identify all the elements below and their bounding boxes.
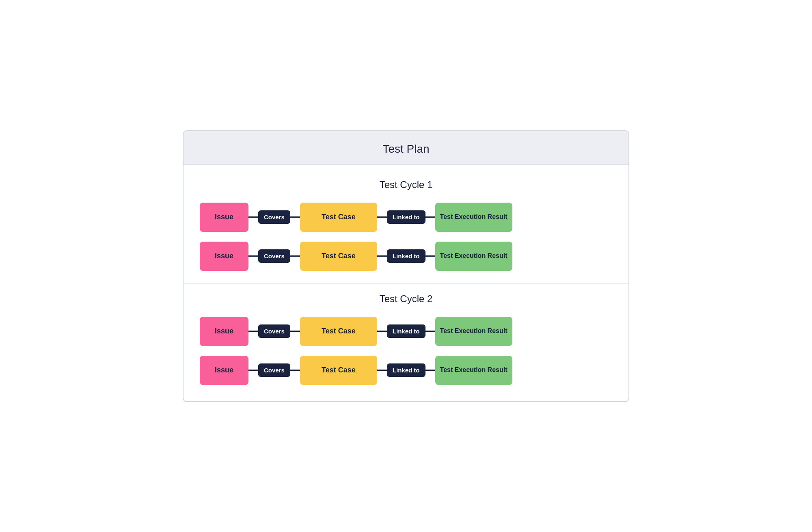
connector-line bbox=[248, 370, 258, 371]
cycle-block-1: Test Cycle 1 Issue Covers Test Case Link… bbox=[184, 169, 628, 283]
flow-row: Issue Covers Test Case Linked to Test Ex… bbox=[200, 317, 612, 346]
test-execution-result-node: Test Execution Result bbox=[435, 356, 512, 385]
connector-line bbox=[377, 370, 387, 371]
connector-line bbox=[290, 331, 300, 332]
test-execution-result-node: Test Execution Result bbox=[435, 203, 512, 232]
connector-line bbox=[290, 370, 300, 371]
test-plan-header: Test Plan bbox=[184, 131, 628, 165]
connector-line bbox=[377, 216, 387, 218]
cycles-container: Test Cycle 1 Issue Covers Test Case Link… bbox=[184, 165, 628, 401]
covers-label: Covers bbox=[258, 249, 290, 263]
connector-line bbox=[425, 331, 435, 332]
test-case-node: Test Case bbox=[300, 203, 377, 232]
connector-line bbox=[425, 370, 435, 371]
issue-node: Issue bbox=[200, 242, 248, 271]
connector-line bbox=[248, 331, 258, 332]
linked-to-label: Linked to bbox=[387, 363, 425, 377]
issue-node: Issue bbox=[200, 356, 248, 385]
covers-label: Covers bbox=[258, 210, 290, 224]
connector-line bbox=[425, 216, 435, 218]
test-execution-result-node: Test Execution Result bbox=[435, 242, 512, 271]
connector-line bbox=[377, 331, 387, 332]
covers-label: Covers bbox=[258, 363, 290, 377]
flow-row: Issue Covers Test Case Linked to Test Ex… bbox=[200, 242, 612, 271]
connector-line bbox=[377, 255, 387, 257]
connector-line bbox=[290, 255, 300, 257]
cycle-2-title: Test Cycle 2 bbox=[200, 293, 612, 305]
page-wrapper: Test Plan Test Cycle 1 Issue Covers Test… bbox=[122, 106, 690, 426]
test-case-node: Test Case bbox=[300, 317, 377, 346]
test-case-node: Test Case bbox=[300, 356, 377, 385]
test-plan-box: Test Plan Test Cycle 1 Issue Covers Test… bbox=[183, 130, 629, 402]
issue-node: Issue bbox=[200, 317, 248, 346]
flow-row: Issue Covers Test Case Linked to Test Ex… bbox=[200, 356, 612, 385]
covers-label: Covers bbox=[258, 324, 290, 338]
cycle-1-title: Test Cycle 1 bbox=[200, 179, 612, 190]
connector-line bbox=[290, 216, 300, 218]
linked-to-label: Linked to bbox=[387, 249, 425, 263]
connector-line bbox=[248, 255, 258, 257]
connector-line bbox=[425, 255, 435, 257]
connector-line bbox=[248, 216, 258, 218]
test-case-node: Test Case bbox=[300, 242, 377, 271]
linked-to-label: Linked to bbox=[387, 210, 425, 224]
issue-node: Issue bbox=[200, 203, 248, 232]
test-execution-result-node: Test Execution Result bbox=[435, 317, 512, 346]
linked-to-label: Linked to bbox=[387, 324, 425, 338]
flow-row: Issue Covers Test Case Linked to Test Ex… bbox=[200, 203, 612, 232]
test-plan-title: Test Plan bbox=[382, 143, 429, 155]
cycle-block-2: Test Cycle 2 Issue Covers Test Case Link… bbox=[184, 283, 628, 397]
